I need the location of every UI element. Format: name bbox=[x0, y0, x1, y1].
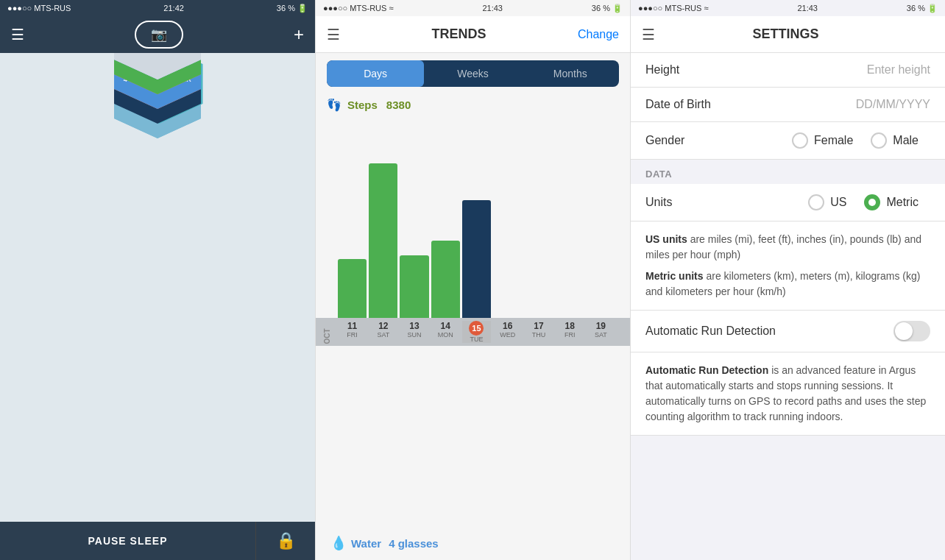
lock-icon: 🔒 bbox=[276, 531, 296, 550]
day-col-11: 11 FRI bbox=[338, 321, 367, 343]
camera-icon: 📷 bbox=[151, 26, 167, 43]
day-labels-row: 11 FRI 12 SAT 13 SUN 14 MON 15 TUE 16 WE… bbox=[316, 318, 630, 346]
day-col-17: 17 THU bbox=[524, 321, 553, 343]
gender-row: Gender Female Male bbox=[631, 122, 945, 160]
signal-p3: ●●●○○ MTS-RUS ≈ bbox=[638, 4, 708, 13]
battery-p2: 36 % 🔋 bbox=[592, 4, 623, 13]
fitness-panel: ●●●○○ MTS-RUS 21:42 36 % 🔋 ☰ 📷 + DISTANC… bbox=[0, 0, 315, 560]
dob-row: Date of Birth DD/MM/YYYY bbox=[631, 88, 945, 122]
bar-12 bbox=[369, 163, 397, 318]
us-units-text: are miles (mi), feet (ft), inches (in), … bbox=[645, 233, 921, 260]
day-col-18: 18 FRI bbox=[556, 321, 584, 343]
day-col-12: 12 SAT bbox=[369, 321, 397, 343]
add-icon-p1[interactable]: + bbox=[294, 24, 304, 45]
data-section-header: DATA bbox=[631, 160, 945, 184]
pause-sleep-button[interactable]: PAUSE SLEEP bbox=[0, 522, 256, 560]
auto-run-note: Automatic Run Detection is an advanced f… bbox=[631, 352, 945, 436]
us-units-bold: US units bbox=[645, 233, 687, 245]
auto-run-note-bold: Automatic Run Detection bbox=[645, 364, 768, 376]
segment-control: Days Weeks Months bbox=[327, 60, 619, 87]
day-col-16: 16 WED bbox=[493, 321, 522, 343]
male-label: Male bbox=[893, 134, 919, 147]
change-button[interactable]: Change bbox=[578, 28, 619, 41]
auto-run-toggle[interactable] bbox=[893, 321, 930, 341]
time-p1: 21:42 bbox=[163, 4, 184, 13]
month-label: OCT bbox=[323, 328, 331, 344]
auto-run-row: Automatic Run Detection bbox=[631, 311, 945, 352]
steps-label-row: 👣 Steps 8380 bbox=[316, 94, 630, 112]
metric-label: Metric bbox=[886, 196, 919, 209]
height-label: Height bbox=[645, 63, 748, 77]
dob-placeholder[interactable]: DD/MM/YYYY bbox=[748, 98, 930, 111]
toggle-knob bbox=[895, 322, 913, 340]
tab-months[interactable]: Months bbox=[522, 60, 619, 87]
units-options: US Metric bbox=[748, 194, 930, 210]
female-radio[interactable] bbox=[792, 132, 808, 149]
settings-header: ☰ SETTINGS bbox=[631, 16, 945, 53]
day-col-15-today: 15 TUE bbox=[462, 321, 491, 343]
settings-content: Height Enter height Date of Birth DD/MM/… bbox=[631, 53, 945, 560]
bar-15 bbox=[462, 200, 491, 318]
units-note: US units are miles (mi), feet (ft), inch… bbox=[631, 221, 945, 311]
trends-title: TRENDS bbox=[431, 26, 486, 42]
battery-p3: 36 % 🔋 bbox=[907, 4, 938, 13]
bar-col-14 bbox=[431, 241, 460, 318]
day-col-13: 13 SUN bbox=[400, 321, 428, 343]
gender-options: Female Male bbox=[748, 132, 930, 149]
lock-button[interactable]: 🔒 bbox=[256, 522, 315, 560]
water-icon: 💧 bbox=[330, 535, 347, 551]
steps-chart-label: Steps bbox=[347, 99, 378, 111]
units-row: Units US Metric bbox=[631, 184, 945, 221]
tab-days[interactable]: Days bbox=[327, 60, 424, 87]
height-row: Height Enter height bbox=[631, 53, 945, 88]
bar-col-15 bbox=[462, 200, 491, 318]
bar-11 bbox=[338, 259, 367, 318]
metric-radio[interactable] bbox=[864, 194, 880, 210]
bar-chart bbox=[316, 112, 630, 318]
chart-container: OCT bbox=[316, 112, 630, 560]
male-radio[interactable] bbox=[871, 132, 887, 149]
trends-panel: ●●●○○ MTS-RUS ≈ 21:43 36 % 🔋 ☰ TRENDS Ch… bbox=[315, 0, 630, 560]
panel1-header: ☰ 📷 + bbox=[0, 16, 315, 53]
bottom-bar: PAUSE SLEEP 🔒 bbox=[0, 522, 315, 560]
bar-13 bbox=[400, 255, 428, 318]
metric-units-note: Metric units are kilometers (km), meters… bbox=[645, 269, 930, 300]
camera-button[interactable]: 📷 bbox=[135, 21, 183, 49]
trends-header: ☰ TRENDS Change bbox=[316, 16, 630, 53]
units-label: Units bbox=[645, 196, 748, 209]
water-label-row: 💧 Water 4 glasses bbox=[316, 526, 630, 560]
time-p2: 21:43 bbox=[482, 4, 503, 13]
day-col-19: 19 SAT bbox=[587, 321, 615, 343]
height-placeholder[interactable]: Enter height bbox=[748, 63, 930, 77]
water-chart-value: 4 glasses bbox=[389, 537, 439, 550]
water-chart-label: Water bbox=[351, 537, 381, 550]
hamburger-icon-p3[interactable]: ☰ bbox=[642, 26, 655, 43]
settings-panel: ●●●○○ MTS-RUS ≈ 21:43 36 % 🔋 ☰ SETTINGS … bbox=[630, 0, 945, 560]
status-bar-p3: ●●●○○ MTS-RUS ≈ 21:43 36 % 🔋 bbox=[631, 0, 945, 16]
tab-weeks[interactable]: Weeks bbox=[424, 60, 521, 87]
steps-icon: 👣 bbox=[327, 98, 341, 112]
battery-p1: 36 % 🔋 bbox=[277, 4, 308, 13]
time-p3: 21:43 bbox=[797, 4, 818, 13]
metric-units-bold: Metric units bbox=[645, 270, 704, 282]
signal-p1: ●●●○○ MTS-RUS bbox=[7, 4, 71, 13]
female-label: Female bbox=[814, 134, 853, 147]
signal-p2: ●●●○○ MTS-RUS ≈ bbox=[323, 4, 393, 13]
bar-14 bbox=[431, 241, 460, 318]
settings-title: SETTINGS bbox=[655, 26, 916, 42]
bar-col-11 bbox=[338, 259, 367, 318]
us-label: US bbox=[830, 196, 846, 209]
day-col-14: 14 MON bbox=[431, 321, 460, 343]
steps-chart-value: 8380 bbox=[386, 99, 411, 111]
us-radio[interactable] bbox=[808, 194, 824, 210]
status-bar-p1: ●●●○○ MTS-RUS 21:42 36 % 🔋 bbox=[0, 0, 315, 16]
auto-run-label: Automatic Run Detection bbox=[645, 325, 776, 338]
dob-label: Date of Birth bbox=[645, 98, 748, 111]
hamburger-icon-p2[interactable]: ☰ bbox=[327, 26, 340, 43]
hamburger-icon-p1[interactable]: ☰ bbox=[11, 26, 24, 43]
bar-col-12 bbox=[369, 163, 397, 318]
bar-col-13 bbox=[400, 255, 428, 318]
gender-label: Gender bbox=[645, 134, 748, 147]
status-bar-p2: ●●●○○ MTS-RUS ≈ 21:43 36 % 🔋 bbox=[316, 0, 630, 16]
us-units-note: US units are miles (mi), feet (ft), inch… bbox=[645, 232, 930, 263]
